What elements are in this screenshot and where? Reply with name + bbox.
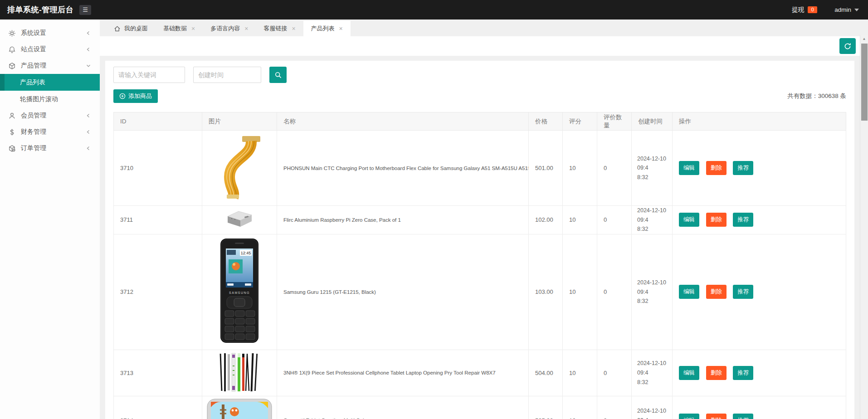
tab-basic-data[interactable]: 基础数据 × [156, 21, 203, 36]
app-title: 排单系统-管理后台 [0, 5, 79, 15]
cell-id: 3710 [114, 131, 202, 206]
cell-price: 505.00 [529, 396, 563, 419]
sidebar-item-label: 会员管理 [21, 112, 86, 120]
cell-id: 3714 [114, 396, 202, 419]
cell-id: 3713 [114, 350, 202, 396]
cell-operations: 编辑 删除 推荐 [673, 396, 846, 419]
cell-id: 3712 [114, 234, 202, 350]
chevron-left-icon [86, 113, 91, 118]
sidebar-item-carousel-images[interactable]: 轮播图片滚动 [0, 91, 100, 107]
edit-button[interactable]: 编辑 [679, 213, 699, 227]
tab-label: 多语言内容 [210, 24, 240, 33]
user-menu[interactable]: admin [834, 6, 859, 14]
refresh-button[interactable] [839, 38, 856, 54]
close-icon[interactable]: × [292, 25, 295, 32]
chevron-left-icon [86, 146, 91, 151]
cell-operations: 编辑 删除 推荐 [673, 131, 846, 206]
sidebar-item-finance-management[interactable]: 财务管理 [0, 124, 100, 140]
sidebar-item-label: 系统设置 [21, 29, 86, 37]
vertical-scrollbar[interactable]: ▲ [860, 35, 868, 419]
hamburger-menu-icon[interactable]: ☰ [79, 5, 91, 15]
sidebar-item-product-management[interactable]: 产品管理 [0, 58, 100, 74]
col-created-time: 创建时间 [632, 112, 673, 131]
recommend-button[interactable]: 推荐 [733, 414, 753, 419]
col-name: 名称 [277, 112, 529, 131]
keyword-input[interactable] [113, 67, 185, 83]
delete-button[interactable]: 删除 [706, 366, 727, 380]
chevron-left-icon [86, 47, 91, 52]
delete-button[interactable]: 删除 [706, 213, 727, 227]
user-icon [8, 112, 16, 120]
tab-multilanguage-content[interactable]: 多语言内容 × [203, 21, 256, 36]
col-image: 图片 [202, 112, 277, 131]
tab-label: 我的桌面 [124, 24, 148, 33]
topbar: 排单系统-管理后台 ☰ 提现 0 admin [0, 0, 868, 19]
scrollbar-up-arrow-icon[interactable]: ▲ [860, 35, 868, 43]
table-row: 3714 [114, 396, 846, 419]
close-icon[interactable]: × [339, 25, 343, 32]
cell-id: 3711 [114, 206, 202, 234]
cell-score: 10 [563, 350, 597, 396]
tab-product-list[interactable]: 产品列表 × [303, 21, 351, 36]
plus-circle-icon [119, 93, 126, 99]
cell-score: 10 [563, 131, 597, 206]
box-clock-icon [8, 145, 16, 152]
delete-button[interactable]: 删除 [706, 414, 727, 419]
sidebar-item-label: 订单管理 [21, 144, 86, 152]
sidebar-item-system-settings[interactable]: 系统设置 [0, 25, 100, 41]
edit-button[interactable]: 编辑 [679, 414, 699, 419]
cell-review-count: 0 [597, 234, 632, 350]
edit-button[interactable]: 编辑 [679, 161, 699, 175]
recommend-button[interactable]: 推荐 [733, 285, 753, 299]
table-row: 3713 [114, 350, 846, 396]
gear-icon [8, 29, 16, 37]
product-image-kids-toy-tablet [206, 398, 273, 419]
phone-screen-time: 12:45 [241, 251, 251, 255]
product-table: ID 图片 名称 价格 评分 评价数量 创建时间 操作 3710 [113, 112, 846, 419]
product-image-pry-tool-set [217, 352, 262, 393]
cell-price: 501.00 [529, 131, 563, 206]
recommend-button[interactable]: 推荐 [733, 213, 753, 227]
delete-button[interactable]: 删除 [706, 285, 727, 299]
recommend-button[interactable]: 推荐 [733, 161, 753, 175]
sidebar-item-product-list[interactable]: 产品列表 [0, 74, 100, 91]
cell-created-time: 2024-12-10 09:4 8:32 [632, 131, 673, 206]
created-time-line1: 2024-12-10 09:4 [637, 406, 671, 419]
sidebar-item-member-management[interactable]: 会员管理 [0, 107, 100, 124]
edit-button[interactable]: 编辑 [679, 285, 699, 299]
created-time-input[interactable] [193, 67, 261, 83]
created-time-line2: 8:32 [637, 173, 671, 182]
bell-icon [8, 46, 16, 54]
cell-operations: 编辑 删除 推荐 [673, 206, 846, 234]
cell-created-time: 2024-12-10 09:4 8:32 [632, 350, 673, 396]
col-operations: 操作 [673, 112, 846, 131]
sidebar-item-label: 产品管理 [21, 62, 86, 70]
created-time-line2: 8:32 [637, 378, 671, 387]
add-product-button[interactable]: 添加商品 [113, 89, 158, 103]
created-time-line1: 2024-12-10 09:4 [637, 278, 671, 297]
cell-image [202, 396, 277, 419]
cell-name: PHONSUN Main CTC Charging Port to Mother… [277, 131, 529, 206]
iframe-toolbar [100, 36, 860, 56]
tab-customer-service-link[interactable]: 客服链接 × [256, 21, 303, 36]
recommend-button[interactable]: 推荐 [733, 366, 753, 380]
cell-image: 12:45 SAMSUNG [202, 234, 277, 350]
tab-my-desktop[interactable]: 我的桌面 [106, 21, 156, 36]
sidebar-item-order-management[interactable]: 订单管理 [0, 140, 100, 156]
close-icon[interactable]: × [191, 25, 195, 32]
search-button[interactable] [269, 67, 287, 83]
close-icon[interactable]: × [244, 25, 248, 32]
cell-name: 3NH® 1X(9 Piece Set Professional Cellpho… [277, 350, 529, 396]
edit-button[interactable]: 编辑 [679, 366, 699, 380]
cell-name: Quercetti Tablet Creativo, Multi Color [277, 396, 529, 419]
sidebar-item-site-settings[interactable]: 站点设置 [0, 41, 100, 58]
sidebar: 系统设置 站点设置 产品管理 产品列表 轮播图片滚动 会员管理 财务管理 订单管… [0, 19, 100, 419]
delete-button[interactable]: 删除 [706, 161, 727, 175]
withdraw-link[interactable]: 提现 [792, 6, 804, 14]
cell-image [202, 131, 277, 206]
dollar-icon [8, 128, 16, 136]
cell-review-count: 0 [597, 396, 632, 419]
product-list-panel: 添加商品 共有数据：300638 条 ID 图片 名称 价格 评分 评价数量 创… [105, 61, 854, 419]
product-image-gold-flex-cable [214, 135, 265, 200]
scrollbar-thumb[interactable] [861, 44, 868, 121]
